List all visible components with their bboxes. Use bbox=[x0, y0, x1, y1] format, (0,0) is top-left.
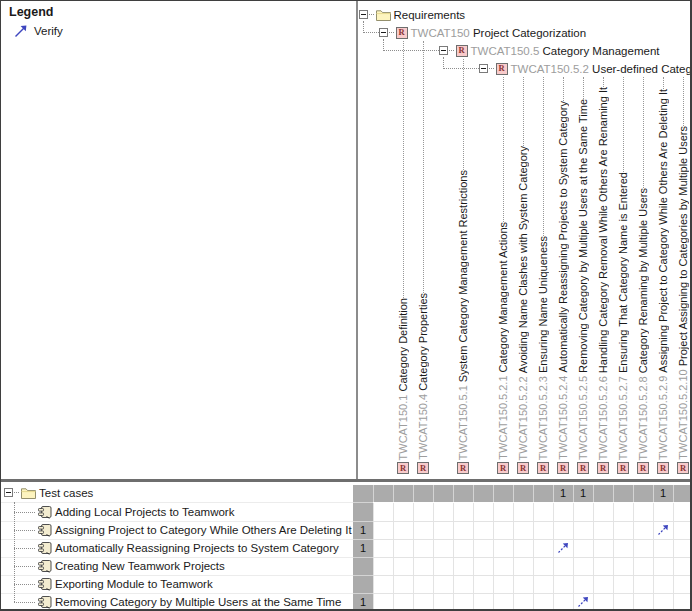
testcase-label: Assigning Project to Category While Othe… bbox=[55, 524, 352, 536]
node-name: Automatically Reassigning Projects to Sy… bbox=[557, 101, 569, 372]
testcase-row[interactable]: Assigning Project to Category While Othe… bbox=[37, 521, 352, 539]
node-id: TWCAT150.5.2.7 bbox=[617, 373, 629, 460]
requirement-tree-node[interactable]: RTWCAT150.5 Category Management bbox=[439, 42, 660, 59]
grid-line bbox=[373, 503, 374, 610]
grid-line bbox=[513, 485, 514, 502]
tree-connector bbox=[14, 548, 35, 549]
expand-toggle[interactable] bbox=[359, 10, 368, 19]
column-leader-line bbox=[643, 77, 644, 188]
column-leader-line bbox=[423, 41, 424, 293]
testcase-icon-wrap bbox=[38, 596, 52, 609]
column-header-TWCAT150.4[interactable]: TWCAT150.4 Category PropertiesR bbox=[413, 41, 433, 477]
expand-toggle[interactable] bbox=[439, 46, 448, 55]
column-header-TWCAT150.5.2.3[interactable]: TWCAT150.5.2.3 Ensuring Name UniquenessR bbox=[533, 77, 553, 477]
grid-line bbox=[413, 485, 414, 502]
testcase-label: Adding Local Projects to Teamwork bbox=[55, 506, 234, 518]
testcases-root-node[interactable]: Test cases bbox=[4, 484, 93, 501]
tree-connector bbox=[14, 566, 35, 567]
column-count-cell[interactable]: 1 bbox=[553, 485, 573, 502]
node-name: Project Categorization bbox=[473, 27, 586, 39]
testcase-row[interactable]: Automatically Reassigning Projects to Sy… bbox=[37, 539, 339, 557]
column-header-TWCAT150.5.2.7[interactable]: TWCAT150.5.2.7 Ensuring That Category Na… bbox=[613, 77, 633, 477]
tree-connector bbox=[14, 530, 35, 531]
grid-line bbox=[453, 503, 454, 610]
column-header-TWCAT150.5.2.9[interactable]: TWCAT150.5.2.9 Assigning Project to Cate… bbox=[653, 77, 673, 477]
node-id: TWCAT150 bbox=[411, 27, 473, 39]
row-count-cell[interactable]: 1 bbox=[353, 521, 373, 539]
column-count-cell[interactable]: 1 bbox=[573, 485, 593, 502]
requirement-icon: R bbox=[397, 462, 409, 474]
testcase-row[interactable]: Exporting Module to Teamwork bbox=[37, 575, 213, 593]
column-header-TWCAT150.5.2.4[interactable]: TWCAT150.5.2.4 Automatically Reassigning… bbox=[553, 77, 573, 477]
column-header-TWCAT150.5.2.1[interactable]: TWCAT150.5.2.1 Category Management Actio… bbox=[493, 77, 513, 477]
requirement-icon: R bbox=[496, 63, 508, 75]
row-count-cell[interactable]: 1 bbox=[353, 593, 373, 611]
node-id: TWCAT150.5.2 bbox=[511, 63, 593, 75]
grid-line bbox=[353, 575, 373, 576]
node-name: Ensuring That Category Name is Entered bbox=[617, 172, 629, 373]
grid-line bbox=[373, 485, 374, 502]
column-header-TWCAT150.5.2.10[interactable]: TWCAT150.5.2.10 Project Assigning to Cat… bbox=[673, 77, 692, 477]
requirement-icon: R bbox=[577, 462, 589, 474]
requirement-icon-wrap: R bbox=[396, 27, 408, 39]
column-header-TWCAT150.5.2.8[interactable]: TWCAT150.5.2.8 Category Renaming by Mult… bbox=[633, 77, 653, 477]
grid-line bbox=[473, 503, 474, 610]
grid-line bbox=[613, 485, 614, 502]
legend-item-label: Verify bbox=[34, 25, 63, 37]
column-header-TWCAT150.5.2.5[interactable]: TWCAT150.5.2.5 Removing Category by Mult… bbox=[573, 77, 593, 477]
testcase-icon bbox=[38, 596, 52, 609]
requirement-tree-node[interactable]: Requirements bbox=[359, 6, 466, 23]
folder-icon bbox=[21, 487, 36, 499]
requirement-icon: R bbox=[677, 462, 689, 474]
node-name: User-defined Categor bbox=[592, 63, 692, 75]
column-header-label: TWCAT150.5.2.8 Category Renaming by Mult… bbox=[637, 188, 649, 460]
requirement-icon: R bbox=[417, 462, 429, 474]
verify-arrow-icon bbox=[656, 523, 670, 537]
node-name: Category Management Actions bbox=[497, 222, 509, 372]
grid-line bbox=[553, 503, 554, 610]
requirement-icon-wrap: R bbox=[557, 462, 569, 474]
expand-toggle[interactable] bbox=[479, 64, 488, 73]
column-header-TWCAT150.1[interactable]: TWCAT150.1 Category DefinitionR bbox=[393, 41, 413, 477]
grid-line bbox=[573, 503, 574, 610]
grid-line bbox=[473, 485, 474, 502]
tree-connector bbox=[14, 512, 35, 513]
grid-line bbox=[353, 557, 373, 558]
grid-line bbox=[633, 485, 634, 502]
column-header-TWCAT150.5.2.2[interactable]: TWCAT150.5.2.2 Avoiding Name Clashes wit… bbox=[513, 77, 533, 477]
testcase-icon bbox=[38, 542, 52, 555]
tree-connector bbox=[14, 602, 35, 603]
grid-line bbox=[673, 485, 674, 502]
requirement-icon: R bbox=[517, 462, 529, 474]
column-count-band: 111 bbox=[373, 485, 692, 502]
grid-line bbox=[493, 485, 494, 502]
testcases-root-label: Test cases bbox=[39, 487, 93, 499]
node-name: Ensuring Name Uniqueness bbox=[537, 236, 549, 373]
legend-title: Legend bbox=[9, 5, 53, 19]
requirement-icon-wrap: R bbox=[456, 45, 468, 57]
column-header-TWCAT150.5.1[interactable]: TWCAT150.5.1 System Category Management … bbox=[453, 59, 473, 477]
requirement-icon-wrap: R bbox=[517, 462, 529, 474]
requirement-icon-wrap: R bbox=[497, 462, 509, 474]
node-id: TWCAT150.5.2.4 bbox=[557, 373, 569, 460]
column-header-TWCAT150.5.2.6[interactable]: TWCAT150.5.2.6 Handling Category Removal… bbox=[593, 77, 613, 477]
verify-relation-cell[interactable] bbox=[656, 523, 670, 537]
requirement-tree-node[interactable]: RTWCAT150 Project Categorization bbox=[379, 24, 587, 41]
testcase-row[interactable]: Removing Category by Multiple Users at t… bbox=[37, 593, 341, 611]
testcase-row[interactable]: Adding Local Projects to Teamwork bbox=[37, 503, 234, 521]
column-leader-line bbox=[463, 59, 464, 170]
column-header-label: TWCAT150.5.2.6 Handling Category Removal… bbox=[597, 87, 609, 460]
row-count-cell[interactable]: 1 bbox=[353, 539, 373, 557]
expand-toggle[interactable] bbox=[4, 488, 13, 497]
column-header-label: TWCAT150.4 Category Properties bbox=[417, 293, 429, 460]
expand-toggle[interactable] bbox=[379, 28, 388, 37]
testcase-icon-wrap bbox=[38, 560, 52, 573]
node-name: Removing Category by Multiple Users at t… bbox=[577, 99, 589, 373]
requirement-tree-node[interactable]: RTWCAT150.5.2 User-defined Categor bbox=[479, 60, 692, 77]
verify-relation-cell[interactable] bbox=[556, 541, 570, 555]
tree-connector bbox=[363, 32, 379, 33]
verify-relation-cell[interactable] bbox=[576, 595, 590, 609]
testcase-row[interactable]: Creating New Teamwork Projects bbox=[37, 557, 225, 575]
column-count-cell[interactable]: 1 bbox=[653, 485, 673, 502]
grid-line bbox=[493, 503, 494, 610]
